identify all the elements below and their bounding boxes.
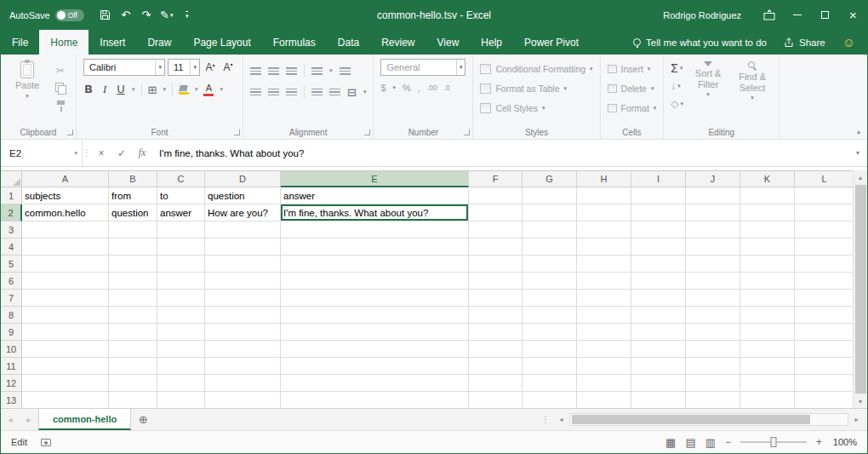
column-header-D[interactable]: D: [205, 171, 281, 187]
cell-E6[interactable]: [281, 273, 469, 290]
number-format-combo[interactable]: General ▾: [380, 59, 465, 76]
underline-button[interactable]: U: [116, 83, 126, 95]
cell-E5[interactable]: [281, 256, 469, 273]
cell-K11[interactable]: [740, 358, 795, 375]
cell-B4[interactable]: [109, 238, 157, 256]
cell-H1[interactable]: [577, 187, 631, 204]
cell-B10[interactable]: [109, 341, 157, 358]
cell-B2[interactable]: question: [109, 204, 157, 221]
column-header-L[interactable]: L: [795, 171, 853, 187]
cell-K8[interactable]: [740, 307, 795, 324]
user-name[interactable]: Rodrigo Rodriguez: [663, 10, 741, 20]
close-button[interactable]: ×: [839, 0, 867, 30]
cell-K1[interactable]: [740, 187, 795, 204]
cell-I9[interactable]: [631, 324, 686, 341]
cell-J10[interactable]: [686, 341, 740, 358]
cell-D8[interactable]: [205, 307, 281, 324]
fill-button[interactable]: ↓ ▾: [671, 79, 683, 93]
cell-E2[interactable]: I'm fine, thanks. What about you?: [281, 204, 469, 221]
autosum-button[interactable]: Σ ▾: [671, 61, 683, 75]
row-header-9[interactable]: 9: [1, 324, 22, 341]
wrap-text-button[interactable]: [340, 67, 351, 75]
row-header-3[interactable]: 3: [1, 221, 22, 238]
conditional-formatting-button[interactable]: Conditional Formatting ▾: [480, 61, 592, 77]
vertical-scrollbar[interactable]: ▴ ▾: [853, 170, 867, 408]
row-header-5[interactable]: 5: [1, 256, 22, 273]
cell-B3[interactable]: [109, 221, 157, 238]
normal-view-button[interactable]: ▦: [665, 437, 676, 448]
cell-I6[interactable]: [631, 273, 686, 290]
delete-cells-button[interactable]: Delete ▾: [608, 81, 657, 96]
row-header-6[interactable]: 6: [1, 273, 22, 290]
cell-H6[interactable]: [577, 273, 631, 290]
column-header-E[interactable]: E: [281, 171, 469, 187]
cell-B13[interactable]: [109, 392, 157, 408]
format-as-table-button[interactable]: Format as Table ▾: [480, 81, 592, 96]
cell-B9[interactable]: [109, 324, 157, 341]
tell-me-search[interactable]: Tell me what you want to do: [633, 37, 767, 48]
bold-button[interactable]: B: [83, 83, 94, 95]
cell-D10[interactable]: [205, 341, 281, 358]
row-header-8[interactable]: 8: [1, 307, 22, 324]
cell-J13[interactable]: [686, 392, 740, 408]
cell-G2[interactable]: [523, 204, 577, 221]
cell-H11[interactable]: [577, 358, 631, 375]
cell-I10[interactable]: [631, 341, 686, 358]
cell-H2[interactable]: [577, 204, 631, 221]
cell-L5[interactable]: [795, 256, 853, 273]
cell-J2[interactable]: [686, 204, 740, 221]
scroll-down-icon[interactable]: ▾: [854, 394, 867, 408]
increase-indent-button[interactable]: [329, 89, 340, 96]
cell-L11[interactable]: [795, 358, 853, 375]
undo-button[interactable]: ↶: [117, 5, 135, 26]
ribbon-tab-data[interactable]: Data: [327, 30, 370, 55]
zoom-slider-knob[interactable]: [770, 437, 776, 447]
cell-A6[interactable]: [22, 273, 109, 290]
cell-E9[interactable]: [281, 324, 469, 341]
cell-F1[interactable]: [469, 187, 523, 204]
cell-K13[interactable]: [740, 392, 795, 408]
cell-A12[interactable]: [22, 375, 109, 392]
cell-A4[interactable]: [22, 238, 109, 256]
cell-A5[interactable]: [22, 256, 109, 273]
cell-C1[interactable]: to: [157, 187, 205, 204]
cell-K5[interactable]: [740, 256, 795, 273]
cell-C2[interactable]: answer: [157, 204, 205, 221]
maximize-button[interactable]: [811, 0, 839, 30]
fill-color-button[interactable]: [179, 85, 189, 95]
cell-I13[interactable]: [631, 392, 686, 408]
cell-H10[interactable]: [577, 341, 631, 358]
cell-J5[interactable]: [686, 256, 740, 273]
accounting-format-button[interactable]: $: [380, 83, 385, 93]
cell-C8[interactable]: [157, 307, 205, 324]
cell-J1[interactable]: [686, 187, 740, 204]
row-header-1[interactable]: 1: [1, 187, 22, 204]
ribbon-display-options-button[interactable]: [755, 0, 783, 30]
ribbon-tab-home[interactable]: Home: [39, 30, 89, 55]
cell-B1[interactable]: from: [109, 187, 157, 204]
cell-G6[interactable]: [523, 273, 577, 290]
cell-H12[interactable]: [577, 375, 631, 392]
cell-H5[interactable]: [577, 256, 631, 273]
horizontal-scrollbar-thumb[interactable]: [572, 415, 810, 424]
cell-K10[interactable]: [740, 341, 795, 358]
share-button[interactable]: Share: [784, 37, 825, 48]
cell-C6[interactable]: [157, 273, 205, 290]
vertical-scrollbar-thumb[interactable]: [855, 185, 866, 394]
ribbon-tab-file[interactable]: File: [1, 30, 39, 55]
cell-B8[interactable]: [109, 307, 157, 324]
decrease-decimal-button[interactable]: .0: [444, 83, 450, 92]
comma-style-button[interactable]: ,: [418, 83, 420, 93]
cell-J9[interactable]: [686, 324, 740, 341]
page-break-view-button[interactable]: ▥: [705, 437, 716, 448]
format-painter-button[interactable]: [52, 99, 69, 113]
cell-D6[interactable]: [205, 273, 281, 290]
cell-E8[interactable]: [281, 307, 469, 324]
cell-F12[interactable]: [469, 375, 523, 392]
find-select-button[interactable]: Find & Select ▾: [733, 59, 772, 124]
select-all-corner[interactable]: [1, 171, 22, 187]
zoom-level[interactable]: 100%: [831, 437, 857, 447]
cell-E11[interactable]: [281, 358, 469, 375]
cell-G1[interactable]: [523, 187, 577, 204]
cell-D9[interactable]: [205, 324, 281, 341]
